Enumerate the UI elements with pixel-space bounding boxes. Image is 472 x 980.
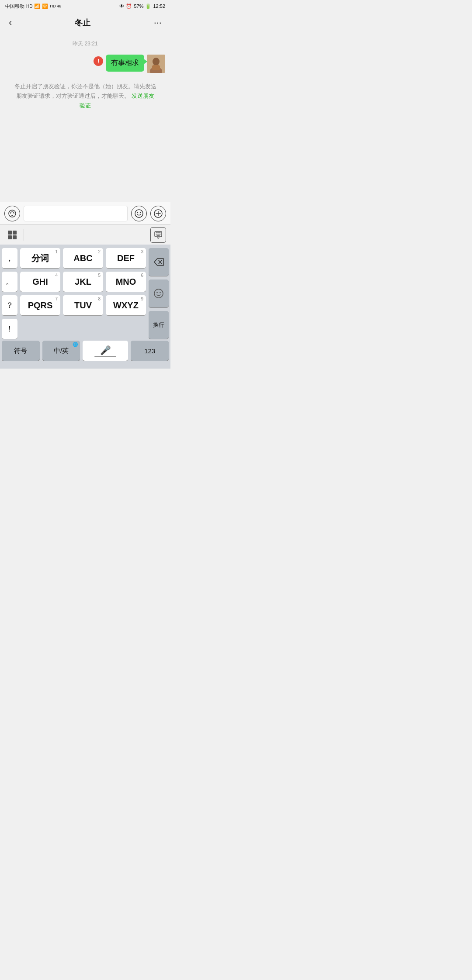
emoji-button[interactable] [131, 206, 147, 221]
punct-column: ， 。 ？ ！ [2, 248, 17, 339]
input-area [0, 202, 170, 224]
svg-rect-13 [8, 231, 12, 235]
message-sent-row: ! 有事相求 [5, 55, 165, 73]
main-key-columns: 1 分词 2 ABC 3 DEF 4 GHI 5 [20, 248, 146, 339]
message-input[interactable] [24, 206, 128, 221]
key-period[interactable]: 。 [2, 272, 17, 292]
svg-rect-14 [13, 231, 17, 235]
key-num-8: 8 [98, 297, 101, 301]
svg-rect-16 [13, 235, 17, 239]
status-bar: 中国移动 HD 📶 🛜 HD 46 👁 ⏰ 57% 🔋 12:52 [0, 0, 170, 12]
message-error-icon: ! [94, 56, 103, 66]
carrier-label: 中国移动 [5, 3, 24, 10]
alarm-icon: ⏰ [126, 3, 132, 9]
svg-rect-15 [8, 235, 12, 239]
network-label: HD [26, 4, 32, 9]
lang-key[interactable]: 中/英 🌐 [42, 341, 80, 361]
symbol-key[interactable]: 符号 [2, 341, 40, 361]
key-row-3: 7 PQRS 8 TUV 9 WXYZ [20, 295, 146, 315]
apps-icon[interactable] [4, 227, 20, 243]
key-fenct[interactable]: 1 分词 [20, 248, 60, 268]
key-num-6: 6 [141, 273, 143, 278]
svg-point-9 [140, 212, 141, 213]
key-def[interactable]: 3 DEF [106, 248, 146, 268]
key-wxyz[interactable]: 9 WXYZ [106, 295, 146, 315]
timestamp: 昨天 23:21 [5, 40, 165, 48]
lang-label: 中/英 [54, 347, 69, 355]
key-num-1: 1 [55, 249, 58, 254]
friend-verification-notice: 冬止开启了朋友验证，你还不是他（她）朋友。请先发送朋友验证请求，对方验证通过后，… [5, 77, 165, 115]
key-num-7: 7 [55, 297, 58, 301]
nums-key[interactable]: 123 [131, 341, 169, 361]
toolbar-divider [24, 229, 24, 241]
eye-icon: 👁 [119, 3, 124, 9]
svg-point-8 [137, 212, 138, 213]
emoji-key[interactable] [149, 280, 169, 307]
enter-right-key[interactable]: 换行 [149, 311, 169, 339]
key-exclaim[interactable]: ！ [2, 319, 17, 339]
key-row-2: 4 GHI 5 JKL 6 MNO [20, 272, 146, 292]
signal-bars: 📶 [34, 3, 40, 9]
key-comma[interactable]: ， [2, 248, 17, 268]
add-button[interactable] [150, 206, 166, 221]
wifi-icon: 🛜 [42, 3, 48, 9]
svg-point-27 [156, 292, 158, 293]
svg-point-28 [160, 292, 161, 293]
voice-button[interactable] [4, 206, 20, 221]
space-key[interactable]: 🎤 [83, 341, 128, 361]
key-num-3: 3 [141, 249, 143, 254]
key-num-9: 9 [141, 297, 143, 301]
symbol-label: 符号 [14, 347, 27, 355]
keyboard-bottom-row: 符号 中/英 🌐 🎤 123 [0, 339, 170, 362]
key-tuv[interactable]: 8 TUV [63, 295, 103, 315]
hide-keyboard-button[interactable] [150, 227, 166, 243]
key-row-1: 1 分词 2 ABC 3 DEF [20, 248, 146, 268]
chat-header: ‹ 冬止 ··· [0, 12, 170, 33]
key-ghi[interactable]: 4 GHI [20, 272, 60, 292]
delete-key[interactable] [149, 248, 169, 276]
key-num-4: 4 [55, 273, 58, 278]
bubble-sent: 有事相求 [106, 55, 144, 72]
key-num-5: 5 [98, 273, 101, 278]
data-speed: HD 46 [50, 4, 61, 8]
battery-label: 57% [134, 3, 143, 9]
chat-area: 昨天 23:21 ! 有事相求 冬止开启了朋友验证，你还不是他（她）朋友。请先发… [0, 33, 170, 217]
svg-point-7 [135, 210, 143, 217]
avatar-image [147, 55, 165, 73]
message-text: 有事相求 [111, 59, 139, 66]
time-label: 12:52 [153, 3, 165, 9]
nums-label: 123 [144, 347, 155, 355]
key-abc[interactable]: 2 ABC [63, 248, 103, 268]
battery-icon: 🔋 [145, 3, 151, 9]
delete-column: 换行 [149, 248, 169, 339]
back-button[interactable]: ‹ [7, 15, 14, 30]
status-right: 👁 ⏰ 57% 🔋 12:52 [119, 3, 165, 9]
status-left: 中国移动 HD 📶 🛜 HD 46 [5, 3, 61, 10]
chat-title: 冬止 [75, 17, 90, 28]
key-mno[interactable]: 6 MNO [106, 272, 146, 292]
key-pqrs[interactable]: 7 PQRS [20, 295, 60, 315]
key-jkl[interactable]: 5 JKL [63, 272, 103, 292]
svg-rect-3 [152, 65, 160, 70]
mic-icon: 🎤 [100, 345, 111, 355]
more-button[interactable]: ··· [152, 15, 163, 30]
avatar [147, 55, 165, 73]
keyboard: ， 。 ？ ！ 1 分词 2 ABC 3 DEF [0, 245, 170, 369]
key-question[interactable]: ？ [2, 295, 17, 315]
svg-point-1 [153, 58, 160, 66]
space-line [94, 356, 116, 357]
key-num-2: 2 [98, 249, 101, 254]
svg-point-26 [154, 289, 163, 298]
keyboard-toolbar [0, 224, 170, 245]
